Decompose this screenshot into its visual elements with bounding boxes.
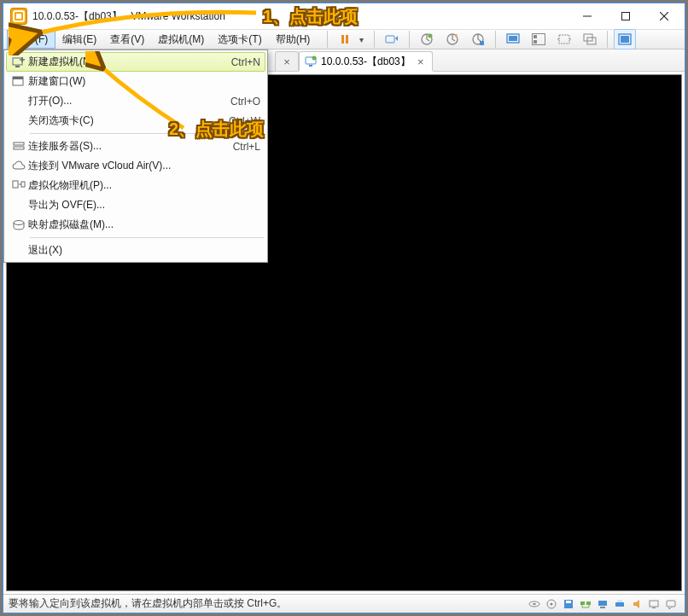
svg-rect-22 xyxy=(309,65,312,67)
svg-rect-46 xyxy=(21,182,25,187)
close-icon[interactable]: × xyxy=(281,55,293,67)
svg-rect-3 xyxy=(341,35,344,44)
disk-icon xyxy=(9,218,28,233)
svg-rect-32 xyxy=(598,601,607,606)
status-text: 要将输入定向到该虚拟机，请在虚拟机内部单击或按 Ctrl+G。 xyxy=(9,596,287,611)
annotation-text-1: 1、点击此项 xyxy=(263,5,358,28)
svg-point-25 xyxy=(533,603,536,605)
tray-floppy-icon[interactable] xyxy=(562,597,575,611)
view-console-button[interactable] xyxy=(502,29,524,49)
menu-help[interactable]: 帮助(H) xyxy=(269,30,318,49)
svg-rect-16 xyxy=(559,35,569,44)
svg-rect-38 xyxy=(667,601,675,607)
menu-edit[interactable]: 编辑(E) xyxy=(55,30,103,49)
tray-message-icon[interactable] xyxy=(664,597,678,611)
svg-rect-14 xyxy=(533,35,537,38)
svg-rect-33 xyxy=(600,607,605,608)
snapshot-manager-button[interactable] xyxy=(467,29,489,49)
menu-open-shortcut: Ctrl+O xyxy=(230,96,260,108)
menu-new-vm[interactable]: 新建虚拟机(N)... Ctrl+N xyxy=(6,52,265,72)
svg-rect-42 xyxy=(13,77,23,79)
svg-rect-10 xyxy=(480,41,484,45)
menu-virtualize-physical-label: 虚拟化物理机(P)... xyxy=(28,178,260,193)
tab-active-vm[interactable]: 10.0.0.53-【db03】 × xyxy=(299,51,433,71)
tab-close-button[interactable]: × xyxy=(415,55,427,67)
menu-open[interactable]: 打开(O)... Ctrl+O xyxy=(6,91,265,111)
snapshot-revert-button[interactable] xyxy=(441,29,464,49)
tray-disk-icon[interactable] xyxy=(528,597,541,611)
new-vm-icon xyxy=(9,55,28,70)
unity-button[interactable] xyxy=(579,29,601,49)
tray-usb-icon[interactable] xyxy=(596,597,609,611)
server-icon xyxy=(9,139,28,154)
fullscreen-button[interactable] xyxy=(614,29,636,49)
menu-new-vm-label: 新建虚拟机(N)... xyxy=(28,55,231,69)
svg-rect-29 xyxy=(566,601,571,603)
menu-file[interactable]: 文件(F) xyxy=(7,30,55,49)
svg-rect-30 xyxy=(580,601,585,605)
window-title: 10.0.0.53-【db03】 - VMware Workstation xyxy=(32,9,225,24)
svg-rect-1 xyxy=(16,14,21,19)
menu-connect-vcloud-label: 连接到 VMware vCloud Air(V)... xyxy=(28,159,260,173)
svg-rect-4 xyxy=(346,35,348,44)
svg-rect-35 xyxy=(617,600,622,602)
vm-icon xyxy=(305,55,317,67)
power-dropdown[interactable]: ▾ xyxy=(359,35,368,44)
svg-rect-34 xyxy=(615,602,624,607)
svg-rect-40 xyxy=(15,66,20,67)
stretch-button[interactable] xyxy=(553,29,575,49)
send-ctrl-alt-del-button[interactable] xyxy=(381,29,403,49)
menu-map-disk-label: 映射虚拟磁盘(M)... xyxy=(28,218,260,232)
svg-rect-12 xyxy=(509,36,517,41)
svg-point-23 xyxy=(312,56,317,61)
menu-connect-server-label: 连接服务器(S)... xyxy=(28,139,233,154)
menu-tabs[interactable]: 选项卡(T) xyxy=(211,30,268,49)
view-thumbnail-button[interactable] xyxy=(528,29,550,49)
annotation-text-2: 2、点击此项 xyxy=(169,118,264,141)
svg-rect-36 xyxy=(650,601,658,607)
menu-virtualize-physical[interactable]: 虚拟化物理机(P)... xyxy=(6,176,265,195)
svg-rect-5 xyxy=(386,36,394,43)
menu-export-ovf[interactable]: 导出为 OVF(E)... xyxy=(6,195,265,215)
statusbar: 要将输入定向到该虚拟机，请在虚拟机内部单击或按 Ctrl+G。 xyxy=(3,594,685,613)
tray-display-icon[interactable] xyxy=(647,597,661,611)
tray-sound-icon[interactable] xyxy=(630,597,644,611)
svg-rect-37 xyxy=(652,607,656,608)
menu-new-window-label: 新建窗口(W) xyxy=(28,74,260,89)
maximize-button[interactable] xyxy=(606,4,644,28)
svg-point-47 xyxy=(14,220,24,224)
toolbar: ▾ xyxy=(319,29,685,49)
svg-rect-31 xyxy=(586,601,591,605)
menu-exit[interactable]: 退出(X) xyxy=(6,241,265,260)
menu-open-label: 打开(O)... xyxy=(28,94,230,108)
cloud-icon xyxy=(9,159,28,174)
menu-connect-server-shortcut: Ctrl+L xyxy=(233,141,260,153)
svg-rect-2 xyxy=(621,13,629,20)
tray-network-icon[interactable] xyxy=(579,597,592,611)
svg-point-27 xyxy=(551,602,553,605)
minimize-button[interactable] xyxy=(568,4,606,28)
svg-rect-44 xyxy=(14,147,24,149)
physical-icon xyxy=(9,178,28,194)
pause-button[interactable] xyxy=(334,29,356,49)
svg-rect-15 xyxy=(533,40,537,44)
svg-rect-43 xyxy=(14,142,24,145)
snapshot-take-button[interactable] xyxy=(416,29,438,49)
tab-label: 10.0.0.53-【db03】 xyxy=(321,55,411,69)
menu-view[interactable]: 查看(V) xyxy=(103,30,151,49)
menu-connect-vcloud[interactable]: 连接到 VMware vCloud Air(V)... xyxy=(6,156,265,176)
svg-rect-45 xyxy=(13,181,18,188)
menu-new-vm-shortcut: Ctrl+N xyxy=(231,56,260,68)
svg-point-7 xyxy=(429,34,433,38)
file-menu-dropdown: 新建虚拟机(N)... Ctrl+N 新建窗口(W) 打开(O)... Ctrl… xyxy=(3,49,268,263)
tray-cd-icon[interactable] xyxy=(545,597,558,611)
app-icon xyxy=(10,8,27,25)
tab-hidden-close[interactable]: × xyxy=(275,51,299,71)
menu-vm[interactable]: 虚拟机(M) xyxy=(151,30,211,49)
tray-printer-icon[interactable] xyxy=(613,597,627,611)
menu-new-window[interactable]: 新建窗口(W) xyxy=(6,72,265,91)
new-window-icon xyxy=(9,74,28,90)
close-button[interactable] xyxy=(644,4,683,28)
window-controls xyxy=(568,4,683,28)
menu-map-disk[interactable]: 映射虚拟磁盘(M)... xyxy=(6,215,265,235)
